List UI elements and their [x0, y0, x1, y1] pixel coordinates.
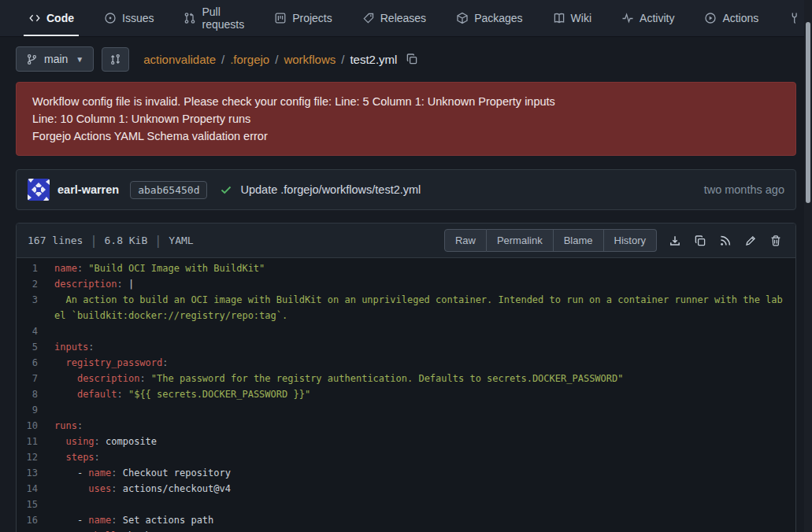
chevron-down-icon: ▼	[76, 55, 83, 64]
file-info: 167 lines | 6.8 KiB | YAML	[28, 234, 194, 248]
code-line: 5inputs:	[17, 339, 795, 355]
tab-label: Issues	[122, 12, 154, 24]
breadcrumb-link--forgejo[interactable]: .forgejo	[230, 53, 269, 66]
code-line: 17 shell: bash	[17, 528, 795, 532]
code-line: 6 registry_password:	[17, 355, 795, 371]
code-line: 13 - name: Checkout repository	[17, 465, 795, 481]
file-actions: RawPermalinkBlameHistory	[444, 229, 786, 252]
compare-branches-button[interactable]	[102, 47, 129, 72]
breadcrumb: actionvalidate/.forgejo/workflows/test2.…	[143, 53, 418, 66]
code-line: 14 uses: actions/checkout@v4	[17, 481, 795, 497]
tab-pull-requests[interactable]: Pull requests	[174, 0, 254, 36]
code-line: 11 using: composite	[17, 434, 795, 449]
line-number[interactable]: 5	[17, 339, 54, 355]
page-scrollbar-track[interactable]	[804, 0, 812, 532]
line-number[interactable]: 12	[17, 449, 54, 465]
page-scrollbar-thumb[interactable]	[806, 22, 810, 203]
breadcrumb-separator: /	[221, 53, 224, 66]
line-number[interactable]: 1	[17, 260, 54, 276]
history-button[interactable]: History	[604, 229, 657, 252]
repo-tab-bar: CodeIssuesPull requestsProjectsReleasesP…	[0, 0, 812, 37]
line-number[interactable]: 11	[17, 434, 54, 449]
tab-releases[interactable]: Releases	[353, 0, 436, 36]
tab-label: Wiki	[571, 12, 591, 24]
tab-projects[interactable]: Projects	[265, 0, 342, 36]
file-view: 167 lines | 6.8 KiB | YAML RawPermalinkB…	[16, 223, 796, 532]
line-number[interactable]: 15	[17, 497, 54, 512]
error-line: Forgejo Actions YAML Schema validation e…	[32, 127, 780, 145]
play-icon	[704, 12, 717, 24]
tab-actions[interactable]: Actions	[695, 0, 768, 36]
file-tool-icons	[665, 231, 786, 251]
error-line: Workflow config file is invalid. Please …	[32, 93, 780, 110]
line-content: runs:	[54, 418, 795, 434]
line-number[interactable]: 13	[17, 465, 54, 481]
line-number[interactable]: 7	[17, 371, 54, 386]
breadcrumb-link-actionvalidate[interactable]: actionvalidate	[143, 53, 216, 66]
commit-status-check-icon[interactable]	[220, 183, 232, 196]
line-number[interactable]: 6	[17, 355, 54, 371]
tab-label: Projects	[292, 12, 332, 24]
tab-label: Pull requests	[202, 6, 244, 31]
breadcrumb-separator: /	[341, 53, 344, 66]
compare-icon	[109, 54, 121, 65]
code-line: 15	[17, 497, 795, 512]
git-branch-icon	[26, 54, 38, 65]
commit-author[interactable]: earl-warren	[57, 183, 119, 196]
avatar[interactable]	[28, 179, 50, 201]
line-number[interactable]: 16	[17, 512, 54, 528]
tag-icon	[362, 12, 375, 24]
line-number[interactable]: 14	[17, 481, 54, 497]
tab-issues[interactable]: Issues	[95, 0, 163, 36]
code-line: 9	[17, 402, 795, 418]
tab-activity[interactable]: Activity	[612, 0, 684, 36]
line-number[interactable]: 3	[17, 292, 54, 323]
tab-label: Actions	[722, 12, 758, 24]
code-viewer: 1name: "Build OCI Image with BuildKit"2d…	[17, 258, 795, 532]
delete-icon[interactable]	[766, 231, 786, 251]
branch-row: main ▼ actionvalidate/.forgejo/workflows…	[16, 45, 796, 73]
download-icon[interactable]	[665, 231, 685, 251]
breadcrumb-link-workflows[interactable]: workflows	[284, 53, 336, 66]
line-number[interactable]: 9	[17, 402, 54, 418]
copy-icon[interactable]	[690, 231, 710, 251]
permalink-button[interactable]: Permalink	[487, 229, 554, 252]
line-content: steps:	[54, 449, 795, 465]
line-number[interactable]: 10	[17, 418, 54, 434]
code-line: 10runs:	[17, 418, 795, 434]
line-content: inputs:	[54, 339, 795, 355]
line-number[interactable]: 8	[17, 386, 54, 402]
code-line: 8 default: "${{ secrets.DOCKER_PASSWORD …	[17, 386, 795, 402]
blame-button[interactable]: Blame	[554, 229, 604, 252]
latest-commit-bar: earl-warren abab65450d Update .forgejo/w…	[16, 169, 796, 210]
line-content: description: |	[54, 276, 795, 292]
line-number[interactable]: 4	[17, 323, 54, 339]
branch-selector[interactable]: main ▼	[16, 46, 94, 72]
line-content: name: "Build OCI Image with BuildKit"	[54, 260, 795, 276]
copy-path-icon[interactable]	[406, 53, 418, 65]
book-icon	[553, 12, 565, 24]
line-content: registry_password:	[54, 355, 795, 371]
line-content: An action to build an OCI image with Bui…	[54, 292, 795, 323]
commit-message[interactable]: Update .forgejo/workflows/test2.yml	[240, 183, 421, 196]
line-content	[54, 402, 795, 418]
pull-request-icon	[184, 12, 196, 24]
commit-hash[interactable]: abab65450d	[130, 181, 207, 199]
tab-code[interactable]: Code	[19, 0, 83, 36]
line-content	[54, 497, 795, 512]
tab-wiki[interactable]: Wiki	[543, 0, 601, 36]
line-content: uses: actions/checkout@v4	[54, 481, 795, 497]
line-number[interactable]: 2	[17, 276, 54, 292]
repo-page: main ▼ actionvalidate/.forgejo/workflows…	[0, 37, 812, 532]
tab-packages[interactable]: Packages	[447, 0, 532, 36]
line-number[interactable]: 17	[17, 528, 54, 532]
rss-icon[interactable]	[715, 231, 736, 251]
line-content: - name: Set actions path	[54, 512, 795, 528]
breadcrumb-separator: /	[275, 53, 278, 66]
file-language: YAML	[169, 235, 193, 246]
tab-label: Activity	[640, 12, 674, 24]
breadcrumb-current-file: test2.yml	[350, 53, 397, 66]
edit-icon[interactable]	[740, 231, 761, 251]
raw-button[interactable]: Raw	[444, 229, 487, 252]
code-line: 12 steps:	[17, 449, 795, 465]
